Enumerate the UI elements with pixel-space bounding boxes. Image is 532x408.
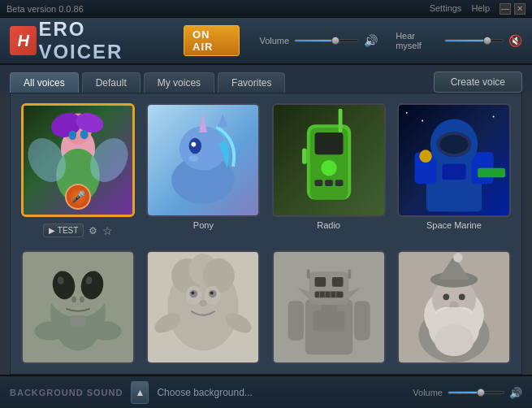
tab-default[interactable]: Default <box>82 72 141 93</box>
volume-section: Volume 🔊 <box>259 34 378 47</box>
eq-icon[interactable]: ⚙ <box>89 225 97 237</box>
svg-point-62 <box>192 292 195 295</box>
svg-point-16 <box>189 155 199 162</box>
svg-rect-21 <box>338 109 342 132</box>
voice-card-radio[interactable]: Radio <box>271 103 387 241</box>
svg-point-49 <box>80 296 84 302</box>
close-button[interactable]: ✕ <box>514 3 526 15</box>
svg-rect-34 <box>471 152 493 184</box>
on-air-badge[interactable]: ON AIR <box>184 25 240 56</box>
test-label: TEST <box>58 226 79 235</box>
hear-myself-label: Hear myself <box>396 31 439 50</box>
volume-label: Volume <box>259 36 289 46</box>
voice-img-alien <box>21 250 135 364</box>
svg-point-92 <box>443 293 449 300</box>
svg-rect-26 <box>335 180 343 186</box>
version-label: Beta version 0.0.86 <box>6 4 84 14</box>
voice-card-space-marine[interactable]: Space Marine <box>396 103 512 241</box>
svg-point-51 <box>35 321 67 340</box>
bottom-bar: BACKGROUND SOUND ▲ Choose background... … <box>0 375 532 408</box>
bottom-volume-icon: 🔊 <box>509 387 522 399</box>
voice-img-santa <box>397 250 511 364</box>
svg-rect-24 <box>314 180 322 186</box>
svg-rect-50 <box>70 315 85 328</box>
bottom-volume-slider[interactable] <box>448 391 504 394</box>
svg-rect-78 <box>313 311 344 331</box>
svg-rect-22 <box>314 132 343 154</box>
bg-sound-label: BACKGROUND SOUND <box>10 388 123 397</box>
title-bar-left: Beta version 0.0.86 <box>6 4 84 14</box>
logo: H ERO VOICER <box>10 18 167 63</box>
tab-my-voices[interactable]: My voices <box>144 72 214 93</box>
svg-rect-69 <box>309 271 348 305</box>
favorite-star-icon[interactable]: ☆ <box>102 224 113 237</box>
voice-card-santa[interactable] <box>396 250 512 364</box>
svg-rect-38 <box>478 168 505 178</box>
svg-point-30 <box>422 119 423 121</box>
hear-myself-section: Hear myself 🔇 <box>396 31 522 50</box>
svg-rect-70 <box>314 277 326 287</box>
voice-card-creature[interactable] <box>145 250 261 364</box>
choose-background-label[interactable]: Choose background... <box>157 387 404 398</box>
svg-rect-79 <box>288 301 303 341</box>
voice-img-fairy: 🎤 <box>21 103 135 217</box>
svg-point-52 <box>90 321 122 340</box>
svg-point-91 <box>453 253 463 263</box>
minimize-button[interactable]: — <box>500 3 511 15</box>
svg-point-93 <box>459 293 465 300</box>
svg-point-39 <box>419 150 432 163</box>
svg-rect-71 <box>332 277 344 287</box>
svg-point-29 <box>406 112 408 114</box>
tab-create-voice[interactable]: Create voice <box>434 72 522 93</box>
svg-rect-27 <box>302 148 307 163</box>
title-bar-right: Settings Help — ✕ <box>430 3 526 15</box>
settings-menu[interactable]: Settings <box>430 3 462 15</box>
svg-rect-72 <box>314 292 343 298</box>
window-controls: — ✕ <box>500 3 526 15</box>
voice-grid: 🎤 ▶ TEST ⚙ ☆ <box>20 103 512 364</box>
bg-sound-arrow-button[interactable]: ▲ <box>131 381 149 404</box>
svg-point-37 <box>439 135 468 154</box>
tab-favorites[interactable]: Favorites <box>218 72 285 93</box>
voice-card-alien[interactable] <box>20 250 136 364</box>
mic-overlay: 🎤 <box>65 184 91 210</box>
logo-icon: H <box>10 26 37 55</box>
test-button[interactable]: ▶ TEST <box>43 224 84 237</box>
svg-point-31 <box>492 116 494 118</box>
svg-rect-77 <box>321 305 336 311</box>
volume-slider[interactable] <box>294 39 359 42</box>
voice-label-pony: Pony <box>193 220 214 230</box>
svg-point-98 <box>435 324 474 356</box>
test-bar: ▶ TEST ⚙ ☆ <box>43 220 114 241</box>
voice-grid-container: 🎤 ▶ TEST ⚙ ☆ <box>10 93 522 375</box>
voice-img-creature <box>146 250 260 364</box>
svg-rect-25 <box>325 180 333 186</box>
svg-point-5 <box>69 131 77 140</box>
header: H ERO VOICER ON AIR Volume 🔊 Hear myself… <box>0 18 532 65</box>
svg-point-6 <box>80 130 89 139</box>
voice-label-radio: Radio <box>317 220 340 230</box>
svg-rect-84 <box>348 269 351 279</box>
voice-card-pony[interactable]: Pony <box>145 103 261 241</box>
svg-rect-40 <box>442 164 465 180</box>
arrow-up-icon: ▲ <box>136 387 145 398</box>
voice-img-robot <box>272 250 386 364</box>
svg-point-23 <box>321 160 336 176</box>
voice-card-fairy[interactable]: 🎤 ▶ TEST ⚙ ☆ <box>20 103 136 241</box>
svg-point-48 <box>71 296 76 302</box>
hear-myself-mute-icon[interactable]: 🔇 <box>508 34 522 47</box>
voice-img-pony <box>146 103 260 217</box>
volume-icon: 🔊 <box>364 34 378 47</box>
bottom-volume-section: Volume 🔊 <box>413 387 522 399</box>
tab-all-voices[interactable]: All voices <box>10 72 79 93</box>
svg-point-64 <box>200 300 208 306</box>
help-menu[interactable]: Help <box>471 3 490 15</box>
voice-label-space-marine: Space Marine <box>426 220 482 230</box>
voice-card-robot[interactable] <box>271 250 387 364</box>
voice-img-radio <box>272 103 386 217</box>
svg-rect-83 <box>306 269 309 279</box>
title-bar: Beta version 0.0.86 Settings Help — ✕ <box>0 0 532 18</box>
bottom-volume-label: Volume <box>413 388 443 397</box>
hear-myself-slider[interactable] <box>444 39 504 42</box>
play-icon: ▶ <box>49 226 55 235</box>
